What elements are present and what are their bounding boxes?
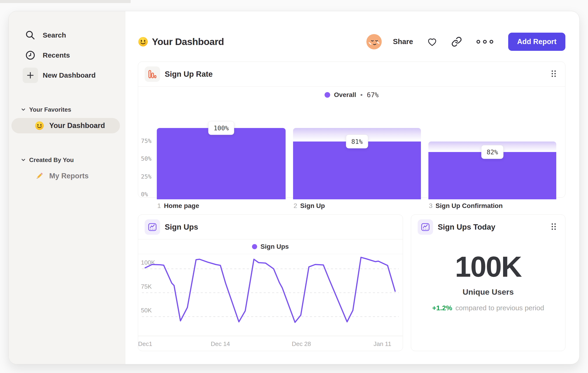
funnel-value-badge: 81% [346, 135, 368, 149]
funnel-value-badge: 82% [481, 145, 504, 159]
legend-series-name: Overall [334, 91, 356, 99]
more-ellipsis-icon[interactable] [475, 39, 494, 45]
legend-dot [252, 244, 257, 249]
search-icon [23, 28, 38, 43]
line-chart-icon [418, 219, 433, 235]
sidebar-item-label: Search [43, 31, 66, 39]
plus-icon [23, 68, 38, 83]
line-chart-icon [145, 219, 160, 235]
section-label: Created By You [29, 156, 74, 164]
sidebar-item-new-dashboard[interactable]: New Dashboard [9, 68, 125, 83]
card-title: Sign Ups [165, 223, 198, 232]
funnel-plot: 75%50%25%0%100%1Home page81%2Sign Up82%3… [138, 103, 565, 197]
sidebar-item-label: My Reports [49, 172, 89, 180]
main-content: Your Dashboard Share [125, 11, 579, 364]
line-xtick: Jan 11 [374, 340, 391, 348]
sign-ups-line-svg [138, 254, 402, 351]
sidebar: Search Recents New Dashboard [9, 11, 125, 364]
funnel-ytick: 25% [141, 173, 151, 180]
sign-ups-today-card: Sign Ups Today 100K Unique Users [411, 214, 565, 351]
created-by-you-section-header[interactable]: Created By You [9, 155, 125, 165]
smiley-emoji-icon [138, 37, 148, 47]
app-window: Search Recents New Dashboard [8, 11, 580, 364]
funnel-step-label: 1Home page [157, 202, 199, 210]
step-name: Sign Up Confirmation [436, 202, 503, 210]
metric-delta: +1.2% [432, 304, 452, 312]
drag-handle-icon[interactable] [549, 68, 559, 81]
sidebar-item-label: New Dashboard [43, 71, 96, 79]
metric-value: 100K [455, 252, 521, 282]
step-number: 3 [429, 202, 433, 210]
created-by-you-section: Created By You My Repo [9, 155, 125, 184]
smiley-emoji-icon [35, 121, 44, 130]
sidebar-item-label: Your Dashboard [49, 121, 105, 130]
user-avatar[interactable] [366, 34, 382, 50]
metric-label: Unique Users [462, 287, 514, 297]
page-title: Your Dashboard [152, 36, 224, 47]
funnel-ytick: 0% [141, 191, 148, 198]
legend-separator: • [360, 91, 363, 99]
funnel-chart-icon [145, 66, 160, 82]
funnel-ytick: 50% [141, 155, 151, 162]
chevron-down-icon [21, 157, 26, 162]
metric-body: 100K Unique Users +1.2% compared to prev… [411, 239, 565, 312]
copy-link-icon[interactable] [451, 36, 462, 47]
line-xtick: Dec 28 [292, 340, 311, 348]
funnel-bar-3[interactable] [428, 152, 556, 199]
pencil-emoji-icon [35, 171, 44, 181]
share-button[interactable]: Share [393, 38, 413, 46]
funnel-bar-2[interactable] [293, 141, 421, 199]
top-left-strip [0, 0, 131, 3]
funnel-value-badge: 100% [208, 121, 234, 135]
step-name: Sign Up [300, 202, 325, 210]
sign-up-rate-card: Sign Up Rate Overall • 67% 75 [138, 61, 565, 198]
funnel-bar-1[interactable] [157, 128, 286, 199]
drag-handle-icon[interactable] [549, 221, 559, 233]
step-number: 1 [157, 202, 161, 210]
line-plot[interactable]: 100K75K50KDec1Dec 14Dec 28Jan 11 [138, 254, 403, 351]
chevron-down-icon [21, 107, 26, 112]
card-title: Sign Up Rate [165, 70, 213, 79]
line-xtick: Dec1 [138, 340, 152, 348]
sidebar-item-recents[interactable]: Recents [9, 48, 125, 63]
sign-ups-card: Sign Ups Sign Ups 100K75K50KDec1Dec 14De… [138, 214, 403, 351]
sidebar-item-my-reports[interactable]: My Reports [11, 168, 120, 184]
favorites-section: Your Favorites Your Dashboard [9, 104, 125, 133]
section-label: Your Favorites [29, 106, 71, 113]
funnel-ytick: 75% [141, 138, 151, 144]
sign-ups-series-line[interactable] [145, 257, 395, 323]
favorite-heart-icon[interactable] [427, 36, 438, 47]
step-number: 2 [294, 202, 297, 210]
card-title: Sign Ups Today [438, 223, 495, 232]
metric-delta-note: compared to previous period [455, 304, 544, 312]
line-xtick: Dec 14 [211, 340, 230, 348]
legend-dot [325, 92, 330, 98]
funnel-step-label: 3Sign Up Confirmation [429, 202, 503, 210]
favorites-section-header[interactable]: Your Favorites [9, 104, 125, 115]
add-report-button[interactable]: Add Report [508, 33, 565, 51]
funnel-legend[interactable]: Overall • 67% [138, 87, 565, 103]
line-legend[interactable]: Sign Ups [138, 239, 403, 254]
funnel-step-label: 2Sign Up [294, 202, 325, 210]
legend-series-name: Sign Ups [260, 243, 289, 250]
legend-value: 67% [367, 91, 379, 99]
sidebar-item-label: Recents [43, 51, 70, 59]
clock-icon [23, 48, 38, 63]
sidebar-item-search[interactable]: Search [9, 28, 125, 43]
page-header: Your Dashboard Share [138, 33, 565, 51]
step-name: Home page [164, 202, 199, 210]
sidebar-item-your-dashboard[interactable]: Your Dashboard [11, 118, 120, 133]
